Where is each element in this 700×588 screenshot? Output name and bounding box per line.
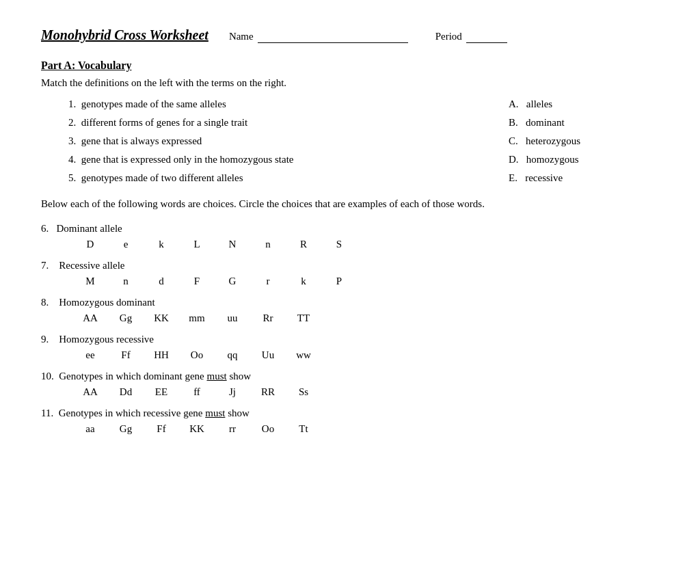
- q11-num: 11.: [41, 407, 53, 418]
- question-6: 6. Dominant allele D e k L N n R S: [41, 223, 659, 250]
- choice-item: M: [82, 276, 98, 287]
- choice-item: F: [189, 276, 205, 287]
- worksheet-title: Monohybrid Cross Worksheet: [41, 27, 208, 43]
- term-1: A. alleles: [509, 98, 659, 110]
- q8-label: 8. Homozygous dominant: [41, 297, 659, 308]
- definition-1: 1. genotypes made of the same alleles: [41, 98, 509, 110]
- vocab-row-4: 4. gene that is expressed only in the ho…: [41, 154, 659, 165]
- choice-item: e: [118, 239, 134, 250]
- q7-choices: M n d F G r k P: [41, 276, 659, 287]
- q8-num: 8.: [41, 297, 49, 308]
- part-a-instructions: Match the definitions on the left with t…: [41, 77, 659, 89]
- vocab-matching: 1. genotypes made of the same alleles A.…: [41, 98, 659, 184]
- definition-2: 2. different forms of genes for a single…: [41, 117, 509, 129]
- term-letter-5: E.: [509, 172, 517, 183]
- choice-item: KK: [189, 423, 205, 435]
- q6-label: 6. Dominant allele: [41, 223, 659, 235]
- choice-item: Gg: [118, 423, 134, 435]
- choice-item: k: [153, 239, 170, 250]
- choice-item: Rr: [260, 312, 276, 324]
- period-label: Period: [435, 31, 507, 43]
- part-a-title: Part A: Vocabulary: [41, 59, 659, 72]
- choice-item: RR: [260, 386, 276, 398]
- definition-4: 4. gene that is expressed only in the ho…: [41, 154, 509, 165]
- vocab-row-5: 5. genotypes made of two different allel…: [41, 172, 659, 184]
- circle-instruction: Below each of the following words are ch…: [41, 196, 659, 212]
- term-letter-2: B.: [509, 117, 518, 128]
- q9-text: Homozygous recessive: [59, 334, 154, 345]
- name-label: Name: [229, 31, 408, 43]
- choice-item: rr: [224, 423, 241, 435]
- def-text-4: gene that is expressed only in the homoz…: [81, 154, 294, 165]
- choice-item: aa: [82, 423, 98, 435]
- q10-label: 10. Genotypes in which dominant gene mus…: [41, 371, 659, 382]
- choice-item: G: [224, 276, 241, 287]
- term-5: E. recessive: [509, 172, 659, 184]
- choice-item: Ff: [118, 349, 134, 361]
- choice-item: P: [331, 276, 347, 287]
- q9-label: 9. Homozygous recessive: [41, 334, 659, 345]
- choice-item: KK: [153, 312, 170, 324]
- choice-item: Gg: [118, 312, 134, 324]
- definition-5: 5. genotypes made of two different allel…: [41, 172, 509, 184]
- term-4: D. homozygous: [509, 154, 659, 165]
- term-letter-4: D.: [509, 154, 519, 165]
- def-num-2: 2.: [68, 117, 76, 128]
- q11-choices: aa Gg Ff KK rr Oo Tt: [41, 423, 659, 435]
- q11-text: Genotypes in which recessive gene must s…: [59, 407, 250, 418]
- choice-item: Oo: [189, 349, 205, 361]
- choice-item: L: [189, 239, 205, 250]
- def-num-1: 1.: [68, 98, 76, 109]
- question-8: 8. Homozygous dominant AA Gg KK mm uu Rr…: [41, 297, 659, 324]
- choice-item: N: [224, 239, 241, 250]
- choice-item: S: [331, 239, 347, 250]
- term-text-1: alleles: [526, 98, 552, 109]
- q9-num: 9.: [41, 334, 49, 345]
- definition-3: 3. gene that is always expressed: [41, 135, 509, 147]
- choice-item: uu: [224, 312, 241, 324]
- choice-item: r: [260, 276, 276, 287]
- def-text-2: different forms of genes for a single tr…: [81, 117, 247, 128]
- question-10: 10. Genotypes in which dominant gene mus…: [41, 371, 659, 398]
- term-2: B. dominant: [509, 117, 659, 129]
- q8-choices: AA Gg KK mm uu Rr TT: [41, 312, 659, 324]
- q6-text: Dominant allele: [57, 223, 122, 234]
- q9-choices: ee Ff HH Oo qq Uu ww: [41, 349, 659, 361]
- choice-item: ff: [189, 386, 205, 398]
- choice-item: ee: [82, 349, 98, 361]
- vocab-row-2: 2. different forms of genes for a single…: [41, 117, 659, 129]
- q8-text: Homozygous dominant: [59, 297, 154, 308]
- q7-text: Recessive allele: [59, 260, 124, 271]
- choice-item: AA: [82, 386, 98, 398]
- vocab-row-1: 1. genotypes made of the same alleles A.…: [41, 98, 659, 110]
- q10-choices: AA Dd EE ff Jj RR Ss: [41, 386, 659, 398]
- def-num-4: 4.: [68, 154, 76, 165]
- def-text-5: genotypes made of two different alleles: [81, 172, 243, 183]
- def-num-5: 5.: [68, 172, 76, 183]
- name-period-row: Name Period: [229, 31, 507, 43]
- def-num-3: 3.: [68, 135, 76, 146]
- term-text-3: heterozygous: [526, 135, 580, 146]
- choice-item: n: [260, 239, 276, 250]
- def-text-3: gene that is always expressed: [81, 135, 202, 146]
- choice-item: HH: [153, 349, 170, 361]
- choice-item: EE: [153, 386, 170, 398]
- choice-item: Dd: [118, 386, 134, 398]
- choice-item: mm: [189, 312, 205, 324]
- term-text-5: recessive: [525, 172, 563, 183]
- choice-item: d: [153, 276, 170, 287]
- choice-item: R: [295, 239, 312, 250]
- choice-item: qq: [224, 349, 241, 361]
- choice-item: Ss: [295, 386, 312, 398]
- q11-label: 11. Genotypes in which recessive gene mu…: [41, 407, 659, 419]
- def-text-1: genotypes made of the same alleles: [81, 98, 226, 109]
- question-9: 9. Homozygous recessive ee Ff HH Oo qq U…: [41, 334, 659, 361]
- q10-text: Genotypes in which dominant gene must sh…: [59, 371, 251, 382]
- q7-num: 7.: [41, 260, 49, 271]
- choice-item: Jj: [224, 386, 241, 398]
- choice-item: Tt: [295, 423, 312, 435]
- choice-item: D: [82, 239, 98, 250]
- question-11: 11. Genotypes in which recessive gene mu…: [41, 407, 659, 435]
- choice-item: k: [295, 276, 312, 287]
- q7-label: 7. Recessive allele: [41, 260, 659, 271]
